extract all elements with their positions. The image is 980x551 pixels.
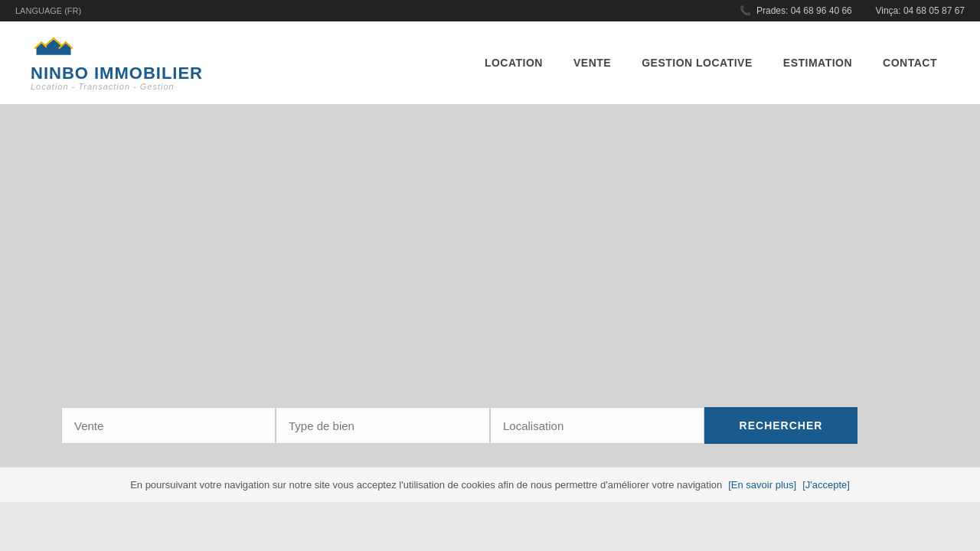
header: NINBO IMMOBILIER Location - Transaction … <box>0 21 980 104</box>
nav-contact[interactable]: CONTACT <box>871 51 949 75</box>
main-nav: LOCATION VENTE GESTION LOCATIVE ESTIMATI… <box>472 51 949 75</box>
logo-icon <box>31 34 77 65</box>
cookie-message: En poursuivant votre navigation sur notr… <box>130 479 722 491</box>
logo[interactable]: NINBO IMMOBILIER Location - Transaction … <box>31 34 203 91</box>
nav-location[interactable]: LOCATION <box>472 51 555 75</box>
cookie-accept[interactable]: [J'accepte] <box>802 479 850 491</box>
language-selector[interactable]: LANGUAGE (FR) <box>15 6 81 15</box>
search-button[interactable]: RECHERCHER <box>704 407 858 444</box>
cookie-learn-more[interactable]: [En savoir plus] <box>728 479 796 491</box>
nav-estimation[interactable]: ESTIMATION <box>771 51 864 75</box>
search-property-input[interactable] <box>276 407 490 444</box>
logo-text-main: NINBO IMMOBILIER <box>31 65 203 82</box>
prades-phone: 📞 Prades: 04 68 96 40 66 <box>740 5 852 16</box>
search-location-input[interactable] <box>490 407 704 444</box>
search-bar: RECHERCHER <box>0 407 980 467</box>
logo-text-sub: Location - Transaction - Gestion <box>31 82 175 91</box>
nav-vente[interactable]: VENTE <box>561 51 623 75</box>
hero-section: RECHERCHER <box>0 104 980 467</box>
contact-info: 📞 Prades: 04 68 96 40 66 Vinça: 04 68 05… <box>740 5 965 16</box>
phone-icon: 📞 <box>740 5 751 16</box>
search-type-input[interactable] <box>61 407 276 444</box>
cookie-bar: En poursuivant votre navigation sur notr… <box>0 467 980 502</box>
nav-gestion[interactable]: GESTION LOCATIVE <box>629 51 765 75</box>
top-bar: LANGUAGE (FR) 📞 Prades: 04 68 96 40 66 V… <box>0 0 980 21</box>
vinca-phone: Vinça: 04 68 05 87 67 <box>871 5 965 16</box>
